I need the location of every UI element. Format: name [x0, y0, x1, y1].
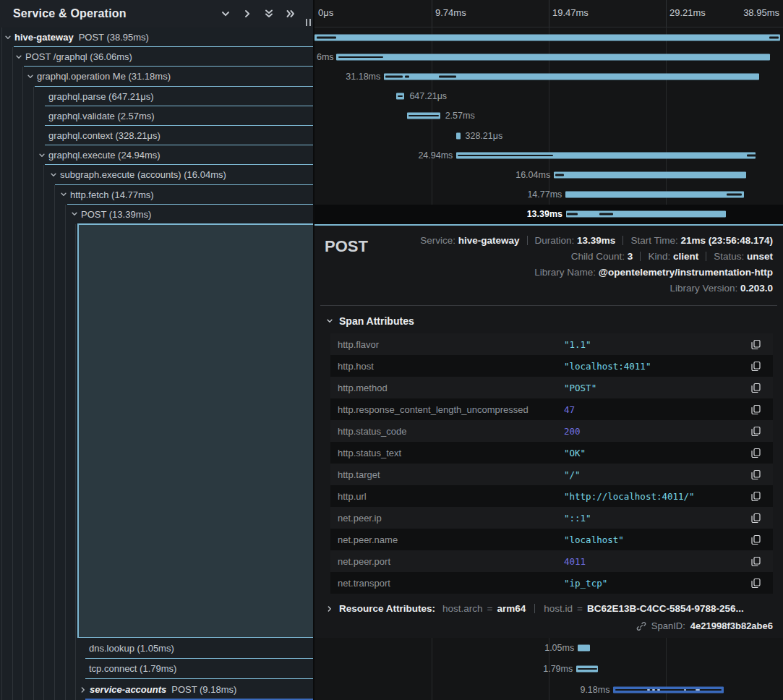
- span-bar[interactable]: [336, 54, 770, 60]
- bar-row: 647.21μs: [315, 87, 783, 106]
- chevron-down-icon[interactable]: [15, 54, 22, 61]
- span-row-subgraph-execute[interactable]: subgraph.execute (accounts) (16.04ms): [0, 165, 313, 184]
- chevron-right-icon[interactable]: [80, 686, 87, 693]
- attribute-value: "1.1": [564, 339, 750, 350]
- kind-value: client: [673, 251, 698, 262]
- attribute-key: http.method: [338, 383, 564, 393]
- bar-row: 6ms: [315, 47, 783, 67]
- attribute-row: net.peer.port4011: [330, 550, 773, 572]
- chevron-down-icon[interactable]: [50, 171, 57, 179]
- detail-row-left-region: [0, 224, 313, 638]
- attribute-value: "POST": [564, 383, 750, 393]
- operation-name: subgraph.execute (accounts) (16.04ms): [60, 169, 226, 180]
- double-chevron-down-icon[interactable]: [264, 9, 274, 19]
- span-bar[interactable]: [566, 211, 726, 218]
- copy-icon[interactable]: [750, 448, 761, 458]
- selected-span-detail-backdrop: [77, 224, 313, 638]
- span-row-dns-lookup[interactable]: dns.lookup (1.05ms): [0, 638, 313, 659]
- span-bar[interactable]: [456, 132, 460, 139]
- duration-label: 31.18ms: [346, 72, 380, 82]
- copy-icon[interactable]: [750, 361, 761, 372]
- start-time-value: 21ms (23:56:48.174): [680, 235, 773, 246]
- span-bar[interactable]: [554, 171, 746, 178]
- ruler-tick: 9.74ms: [435, 7, 466, 18]
- copy-icon[interactable]: [750, 556, 761, 567]
- bar-row: 1.05ms: [315, 638, 783, 659]
- child-marker: [684, 689, 687, 691]
- span-row-hive-gateway-post[interactable]: hive-gateway POST (38.95ms): [0, 27, 313, 47]
- ruler-tick: 29.21ms: [669, 7, 706, 18]
- span-row-service-accounts-post[interactable]: service-accounts POST (9.18ms): [0, 679, 313, 700]
- child-marker: [599, 213, 613, 215]
- chevron-down-icon[interactable]: [71, 210, 78, 218]
- operation-name: POST /graphql (36.06ms): [25, 51, 132, 62]
- child-marker: [657, 689, 660, 691]
- child-marker: [398, 95, 403, 97]
- attribute-row: http.host"localhost:4011": [330, 355, 773, 377]
- operation-name: tcp.connect (1.79ms): [89, 663, 176, 674]
- attribute-value: 4011: [564, 556, 750, 567]
- attribute-key: http.target: [338, 469, 564, 480]
- indent-guides: [1, 165, 46, 184]
- chevron-down-icon[interactable]: [38, 152, 46, 159]
- indent-guides: [1, 679, 77, 700]
- library-name-value: @opentelemetry/instrumentation-http: [599, 267, 773, 278]
- span-id-label: SpanID:: [651, 620, 685, 631]
- duration-label: 2.57ms: [445, 111, 475, 121]
- chevron-down-icon[interactable]: [27, 73, 34, 80]
- panel-resize-handle[interactable]: [306, 19, 311, 26]
- child-marker: [615, 689, 722, 691]
- span-row-graphql-execute[interactable]: graphql.execute (24.94ms): [0, 145, 313, 165]
- attribute-key: net.peer.port: [338, 556, 564, 567]
- child-marker: [769, 36, 779, 38]
- copy-icon[interactable]: [750, 578, 761, 589]
- copy-icon[interactable]: [750, 491, 761, 502]
- timeline-panel: 0μs 9.74ms 19.47ms 29.21ms 38.95ms 6ms 3…: [315, 0, 783, 700]
- chevron-down-icon[interactable]: [4, 34, 12, 41]
- chevron-down-icon[interactable]: [221, 9, 231, 19]
- span-row-tcp-connect[interactable]: tcp.connect (1.79ms): [0, 659, 313, 680]
- attribute-value: "::1": [564, 513, 750, 524]
- span-row-post-selected[interactable]: POST (13.39ms): [0, 205, 313, 224]
- copy-icon[interactable]: [750, 404, 761, 415]
- span-row-graphql-parse[interactable]: graphql.parse (647.21μs): [0, 87, 313, 106]
- detail-span-title: POST: [325, 233, 368, 296]
- copy-icon[interactable]: [750, 469, 761, 480]
- chevron-right-icon[interactable]: [242, 9, 252, 19]
- copy-icon[interactable]: [750, 426, 761, 437]
- copy-icon[interactable]: [750, 534, 761, 545]
- span-bar[interactable]: [578, 645, 590, 652]
- indent-guides: [1, 27, 3, 47]
- span-row-http-fetch[interactable]: http.fetch (14.77ms): [0, 185, 313, 205]
- double-chevron-right-icon[interactable]: [286, 9, 296, 19]
- resource-attributes-row[interactable]: Resource Attributes: host.arch = arm64 h…: [326, 603, 773, 614]
- span-attributes-header[interactable]: Span Attributes: [326, 315, 773, 327]
- bar-row: 9.18ms: [315, 679, 783, 700]
- attribute-value: "http://localhost:4011/": [564, 491, 750, 502]
- operation-name: graphql.validate (2.57ms): [48, 111, 155, 121]
- span-row-post-graphql[interactable]: POST /graphql (36.06ms): [0, 47, 313, 67]
- duration-label: 1.79ms: [543, 664, 573, 674]
- span-bar[interactable]: [315, 34, 780, 40]
- copy-icon[interactable]: [750, 383, 761, 393]
- span-row-graphql-operation[interactable]: graphql.operation Me (31.18ms): [0, 67, 313, 86]
- link-icon[interactable]: [636, 621, 646, 631]
- chevron-down-icon[interactable]: [60, 191, 67, 198]
- child-marker: [405, 75, 409, 77]
- copy-icon[interactable]: [750, 513, 761, 524]
- span-row-graphql-context[interactable]: graphql.context (328.21μs): [0, 126, 313, 145]
- indent-guides: [1, 145, 35, 165]
- detail-meta-line1: Service: hive-gatewayDuration: 13.39msSt…: [420, 233, 773, 249]
- bar-row: [315, 27, 783, 47]
- status-value: unset: [747, 251, 773, 262]
- ruler-tick: 38.95ms: [743, 7, 779, 18]
- child-marker: [747, 154, 757, 156]
- span-bar[interactable]: [565, 192, 744, 198]
- child-marker: [567, 213, 577, 215]
- indent-guides: [1, 659, 77, 680]
- trace-timeline-view: Service & Operation hive-gateway POST (3…: [0, 0, 783, 700]
- copy-icon[interactable]: [750, 339, 761, 350]
- span-id-value: 4e21998f3b82abe6: [690, 620, 773, 631]
- child-marker: [727, 194, 742, 196]
- span-row-graphql-validate[interactable]: graphql.validate (2.57ms): [0, 106, 313, 126]
